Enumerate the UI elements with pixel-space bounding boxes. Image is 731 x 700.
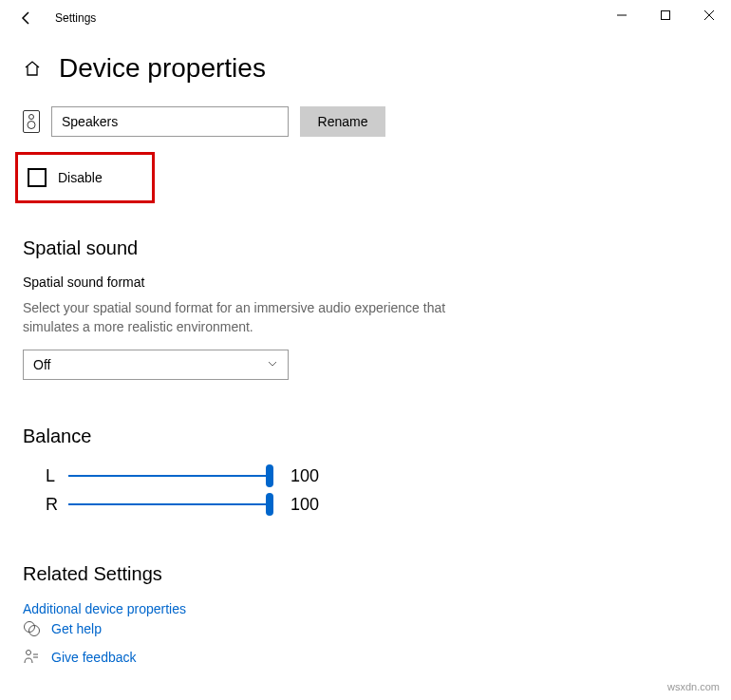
titlebar: Settings	[0, 0, 731, 36]
slider-thumb[interactable]	[266, 464, 273, 487]
balance-left-label: L	[46, 466, 68, 486]
spatial-format-label: Spatial sound format	[23, 274, 708, 290]
home-icon	[23, 59, 42, 78]
slider-track	[68, 503, 273, 505]
give-feedback-link[interactable]: Give feedback	[51, 650, 137, 665]
disable-highlight: Disable	[15, 152, 155, 203]
device-name-row: Rename	[23, 106, 708, 137]
minimize-icon	[617, 10, 627, 20]
balance-section: Balance L 100 R 100	[23, 426, 708, 518]
disable-label: Disable	[58, 170, 103, 185]
page-title: Device properties	[59, 53, 266, 84]
dropdown-value: Off	[33, 357, 50, 372]
spatial-heading: Spatial sound	[23, 237, 708, 259]
device-name-input[interactable]	[51, 106, 289, 137]
minimize-button[interactable]	[600, 0, 644, 30]
watermark: wsxdn.com	[667, 681, 720, 692]
spatial-sound-section: Spatial sound Spatial sound format Selec…	[23, 237, 708, 380]
disable-checkbox[interactable]	[28, 168, 47, 187]
footer-links: Get help Give feedback	[23, 620, 137, 677]
chat-icon	[23, 620, 40, 637]
additional-properties-link[interactable]: Additional device properties	[23, 601, 186, 616]
get-help-link[interactable]: Get help	[51, 621, 102, 636]
related-section: Related Settings Additional device prope…	[23, 563, 708, 617]
rename-button[interactable]: Rename	[300, 106, 385, 137]
back-button[interactable]	[15, 7, 38, 29]
balance-left-row: L 100	[46, 463, 708, 489]
feedback-icon	[23, 649, 40, 666]
window-controls	[600, 0, 731, 30]
balance-left-slider[interactable]	[68, 463, 273, 489]
maximize-button[interactable]	[644, 0, 687, 30]
slider-track	[68, 475, 273, 477]
maximize-icon	[661, 10, 670, 20]
page-header: Device properties	[0, 36, 731, 106]
help-row: Get help	[23, 620, 137, 637]
speaker-icon	[23, 110, 40, 133]
home-button[interactable]	[23, 59, 42, 78]
chevron-down-icon	[267, 358, 278, 372]
spatial-format-dropdown[interactable]: Off	[23, 350, 289, 380]
related-heading: Related Settings	[23, 563, 708, 585]
feedback-row: Give feedback	[23, 649, 137, 666]
close-button[interactable]	[687, 0, 731, 30]
balance-right-value: 100	[291, 495, 319, 515]
spatial-description: Select your spatial sound format for an …	[23, 299, 450, 336]
balance-right-label: R	[46, 495, 68, 515]
arrow-left-icon	[19, 10, 34, 26]
close-icon	[704, 10, 714, 20]
svg-rect-1	[662, 11, 670, 20]
balance-right-row: R 100	[46, 491, 708, 518]
svg-point-6	[27, 651, 31, 655]
slider-thumb[interactable]	[266, 493, 273, 516]
balance-right-slider[interactable]	[68, 491, 273, 518]
balance-left-value: 100	[291, 466, 319, 486]
window-title: Settings	[55, 11, 96, 25]
balance-heading: Balance	[23, 426, 708, 447]
